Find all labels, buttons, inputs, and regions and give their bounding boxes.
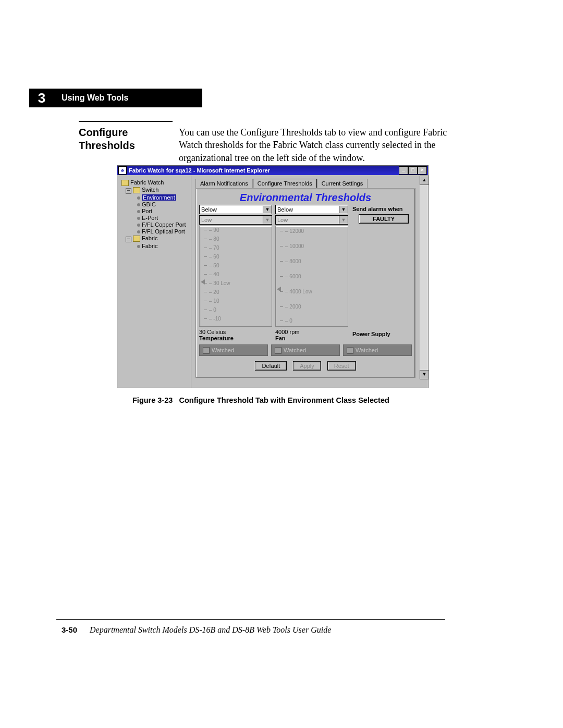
thresholds-panel: Environmental Thresholds Below▼ Low▼ – 9… xyxy=(195,188,415,378)
tree-environment[interactable]: Environment xyxy=(137,194,189,201)
folder-icon xyxy=(133,187,140,193)
temp-pointer-icon[interactable] xyxy=(201,279,205,285)
screenshot-window: e Fabric Watch for sqa12 - Microsoft Int… xyxy=(117,165,429,388)
fan-select-2: Low▼ xyxy=(275,215,348,225)
alarms-label: Send alarms when xyxy=(352,206,415,212)
checkbox-icon[interactable] xyxy=(275,347,282,354)
bullet-icon xyxy=(137,196,140,200)
chevron-down-icon: ▼ xyxy=(263,216,272,224)
tree-optical[interactable]: F/FL Optical Port xyxy=(137,228,189,235)
chevron-down-icon[interactable]: ▼ xyxy=(339,206,348,213)
temp-select-2: Low▼ xyxy=(199,215,272,225)
watched-temp: Watched xyxy=(199,344,268,356)
panel-title: Environmental Thresholds xyxy=(196,192,415,204)
bullet-icon xyxy=(137,217,140,220)
chevron-down-icon: ▼ xyxy=(339,216,348,224)
figure-label: Figure 3-23 xyxy=(132,396,173,404)
watched-fan: Watched xyxy=(271,344,340,356)
tab-configure-thresholds[interactable]: Configure Thresholds xyxy=(253,179,317,188)
bullet-icon xyxy=(137,210,140,213)
footer-title: Departmental Switch Models DS-16B and DS… xyxy=(90,625,331,635)
window-buttons: _ □ × xyxy=(399,166,427,175)
tree-switch[interactable]: –Switch xyxy=(126,187,189,194)
watched-power: Watched xyxy=(343,344,412,356)
folder-icon xyxy=(121,180,129,186)
tree-eport[interactable]: E-Port xyxy=(137,215,189,221)
temp-unit: 30 Celsius xyxy=(199,329,272,335)
col-temperature: Below▼ Low▼ – 90 – 80 – 70 – 60 – 50 – 4… xyxy=(199,205,272,341)
tab-alarm-notifications[interactable]: Alarm Notifications xyxy=(195,179,253,188)
tree-copper[interactable]: F/FL Copper Port xyxy=(137,221,189,228)
tab-bar: Alarm Notifications Configure Thresholds… xyxy=(195,179,420,188)
collapse-icon[interactable]: – xyxy=(126,188,131,194)
checkbox-icon[interactable] xyxy=(347,347,353,354)
checkbox-icon[interactable] xyxy=(203,347,210,354)
bullet-icon xyxy=(137,203,140,206)
scroll-up-icon[interactable]: ▲ xyxy=(420,176,429,185)
bullet-icon xyxy=(137,224,140,227)
chapter-title: Using Web Tools xyxy=(62,93,128,103)
maximize-button[interactable]: □ xyxy=(408,166,418,175)
figure-text: Configure Threshold Tab with Environment… xyxy=(179,396,389,404)
col-fan: Below▼ Low▼ – 12000 – 10000 – 8000 – 600… xyxy=(275,205,348,341)
temp-scale[interactable]: – 90 – 80 – 70 – 60 – 50 – 40 – 30 Low –… xyxy=(199,226,272,327)
tree-fabric[interactable]: Fabric xyxy=(137,243,189,249)
fan-name: Fan xyxy=(275,335,348,341)
footer-rule xyxy=(56,619,445,620)
folder-icon xyxy=(133,236,140,242)
section-rule xyxy=(79,121,173,122)
body-paragraph: You can use the Configure Thresholds tab… xyxy=(179,126,450,164)
tab-current-settings[interactable]: Current Settings xyxy=(317,179,368,188)
chapter-band: Using Web Tools xyxy=(29,89,202,107)
bullet-icon xyxy=(137,230,140,233)
fan-select-1[interactable]: Below▼ xyxy=(275,205,348,214)
vertical-scrollbar[interactable]: ▲ ▼ xyxy=(420,176,428,379)
section-heading: Configure Thresholds xyxy=(79,126,173,152)
window-titlebar: e Fabric Watch for sqa12 - Microsoft Int… xyxy=(117,166,428,175)
temp-select-1[interactable]: Below▼ xyxy=(199,205,272,214)
minimize-button[interactable]: _ xyxy=(399,166,408,175)
close-button[interactable]: × xyxy=(418,166,427,175)
tree-panel: Fabric Watch –Switch Environment GBIC Po… xyxy=(117,176,191,388)
fan-unit: 4000 rpm xyxy=(275,329,348,335)
chevron-down-icon[interactable]: ▼ xyxy=(263,206,272,213)
scroll-down-icon[interactable]: ▼ xyxy=(420,370,429,379)
ie-icon: e xyxy=(118,166,127,175)
apply-button[interactable]: Apply xyxy=(293,361,321,371)
page-number: 3-50 xyxy=(62,625,77,634)
figure-caption: Figure 3-23 Configure Threshold Tab with… xyxy=(132,396,389,404)
col-power-supply: Send alarms when FAULTY Power Supply xyxy=(352,205,415,341)
tree-fabric-folder[interactable]: –Fabric xyxy=(126,235,189,242)
default-button[interactable]: Default xyxy=(255,361,287,371)
tree-root[interactable]: Fabric Watch xyxy=(121,179,189,186)
bullet-icon xyxy=(137,245,140,248)
tree-gbic[interactable]: GBIC xyxy=(137,201,189,207)
temp-name: Temperature xyxy=(199,335,272,341)
watched-row: Watched Watched Watched xyxy=(199,344,412,356)
chapter-number: 3 xyxy=(29,89,54,107)
fan-scale[interactable]: – 12000 – 10000 – 8000 – 6000 – 4000 Low… xyxy=(275,226,348,327)
power-name: Power Supply xyxy=(352,331,415,337)
content-panel: Alarm Notifications Configure Thresholds… xyxy=(191,176,420,388)
faulty-button[interactable]: FAULTY xyxy=(359,214,409,224)
window-title: Fabric Watch for sqa12 - Microsoft Inter… xyxy=(129,167,270,174)
reset-button[interactable]: Reset xyxy=(327,361,356,371)
collapse-icon[interactable]: – xyxy=(126,237,131,242)
tree-port[interactable]: Port xyxy=(137,208,189,214)
button-row: Default Apply Reset xyxy=(196,361,415,371)
